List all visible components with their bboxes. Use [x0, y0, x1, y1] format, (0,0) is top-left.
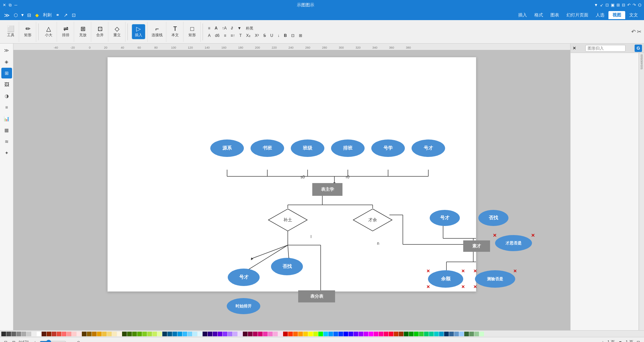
palette-color[interactable]	[283, 332, 288, 336]
sidebar-btn-expand[interactable]: ≫	[1, 45, 12, 56]
palette-color[interactable]	[193, 332, 197, 336]
palette-color[interactable]	[454, 332, 459, 336]
palette-color[interactable]	[122, 332, 127, 336]
palette-color[interactable]	[409, 332, 414, 336]
copy-btn[interactable]: ⧉	[9, 3, 12, 7]
palette-color[interactable]	[213, 332, 217, 336]
palette-color[interactable]	[172, 332, 177, 336]
menu-item-view[interactable]: 视图	[608, 11, 625, 19]
palette-color[interactable]	[479, 332, 484, 336]
palette-color[interactable]	[112, 332, 117, 336]
palette-color[interactable]	[157, 332, 162, 336]
palette-color[interactable]	[424, 332, 429, 336]
palette-color[interactable]	[233, 332, 237, 336]
node-测验否是[interactable]: 测验否是	[475, 270, 515, 288]
palette-color[interactable]	[117, 332, 122, 336]
menu-item-slide[interactable]: 幻灯片页面	[563, 11, 592, 19]
tb-fill-btn[interactable]: ⊞ 充放	[77, 25, 89, 38]
sidebar-btn-chart[interactable]: 📊	[1, 113, 12, 124]
palette-color[interactable]	[268, 332, 273, 336]
palette-color[interactable]	[198, 332, 202, 336]
fmt-underline-btn[interactable]: U	[269, 33, 275, 39]
palette-color[interactable]	[354, 332, 358, 336]
palette-color[interactable]	[404, 332, 409, 336]
node-left-号才[interactable]: 号才	[228, 269, 260, 286]
fmt-indent-btn[interactable]: ≡↑	[229, 33, 236, 39]
menu-icon-shapes[interactable]: ⬡	[12, 12, 19, 18]
palette-color[interactable]	[82, 332, 87, 336]
bottom-page-dropdown[interactable]: ▼	[617, 339, 624, 342]
palette-color[interactable]	[379, 332, 383, 336]
bottom-fit-btn[interactable]: ⊡	[3, 339, 9, 342]
node-right-号才[interactable]: 号才	[430, 210, 460, 226]
palette-color[interactable]	[384, 332, 388, 336]
palette-color[interactable]	[57, 332, 61, 336]
palette-color[interactable]	[72, 332, 76, 336]
sidebar-btn-erase[interactable]: ◈	[1, 56, 12, 67]
palette-color[interactable]	[444, 332, 449, 336]
palette-color[interactable]	[32, 332, 36, 336]
palette-color[interactable]	[238, 332, 243, 336]
node-main-box[interactable]: 表主学	[312, 183, 342, 196]
palette-color[interactable]	[177, 332, 182, 336]
palette-color[interactable]	[162, 332, 167, 336]
palette-color[interactable]	[474, 332, 479, 336]
menu-icon-arrow[interactable]: ◆	[34, 12, 40, 18]
palette-color[interactable]	[92, 332, 97, 336]
fmt-bold-btn[interactable]: B	[282, 33, 288, 39]
menu-icon-dropdown[interactable]: ▼	[20, 13, 24, 17]
fmt-sup-btn[interactable]: X²	[253, 33, 261, 39]
menu-icon-form[interactable]: ⊟	[26, 12, 33, 18]
palette-color[interactable]	[429, 332, 434, 336]
sidebar-btn-layers[interactable]: ◑	[1, 91, 12, 101]
palette-color[interactable]	[258, 332, 263, 336]
menu-icon-connect[interactable]: ⚭	[54, 12, 61, 18]
palette-color[interactable]	[459, 332, 464, 336]
palette-color[interactable]	[62, 332, 66, 336]
fmt-strike-btn[interactable]: S̶	[262, 33, 268, 39]
palette-color[interactable]	[414, 332, 419, 336]
menu-item-text[interactable]: 文文	[626, 11, 641, 19]
palette-color[interactable]	[328, 332, 333, 336]
fmt-align-btn[interactable]: ≡	[206, 25, 212, 31]
node-排班[interactable]: 排班	[331, 139, 365, 157]
palette-color[interactable]	[464, 332, 469, 336]
node-号学[interactable]: 号学	[371, 139, 405, 157]
menu-icon-select[interactable]: ↗	[62, 12, 69, 18]
fmt-box1-btn[interactable]: ⊡	[289, 33, 296, 39]
palette-color[interactable]	[389, 332, 393, 336]
palette-color[interactable]	[218, 332, 222, 336]
palette-color[interactable]	[308, 332, 313, 336]
palette-color[interactable]	[303, 332, 308, 336]
palette-color[interactable]	[147, 332, 152, 336]
palette-color[interactable]	[364, 332, 368, 336]
node-bottom-left-partial[interactable]: 时始排开	[227, 298, 260, 314]
tb-rect-btn[interactable]: □ 矩形	[186, 25, 198, 38]
node-才思否是[interactable]: 才思否是	[495, 235, 532, 251]
palette-color[interactable]	[16, 332, 21, 336]
palette-color[interactable]	[52, 332, 56, 336]
palette-color[interactable]	[293, 332, 298, 336]
palette-color[interactable]	[42, 332, 46, 336]
palette-color[interactable]	[374, 332, 378, 336]
sidebar-btn-image[interactable]: 🖼	[1, 79, 12, 90]
palette-color[interactable]	[449, 332, 454, 336]
menu-icon-text[interactable]: ⊡	[70, 12, 77, 18]
palette-color[interactable]	[223, 332, 227, 336]
palette-color[interactable]	[77, 332, 82, 336]
palette-color[interactable]	[298, 332, 303, 336]
palette-color[interactable]	[137, 332, 142, 336]
palette-color[interactable]	[253, 332, 258, 336]
palette-color[interactable]	[187, 332, 192, 336]
tb-draw-btn[interactable]: ✏ 矩形	[22, 25, 34, 38]
menu-item-people[interactable]: 人选	[592, 11, 608, 19]
palette-color[interactable]	[313, 332, 318, 336]
menu-item-chart[interactable]: 图表	[547, 11, 562, 19]
menu-item-insert[interactable]: 插入	[515, 11, 530, 19]
minimize-btn[interactable]: ─	[14, 3, 17, 7]
palette-color[interactable]	[399, 332, 404, 336]
sidebar-btn-special[interactable]: ✦	[1, 148, 12, 158]
node-diamond2[interactable]: 才余	[353, 208, 393, 232]
fmt-bullet-btn[interactable]: ≡	[222, 33, 228, 39]
palette-color[interactable]	[97, 332, 102, 336]
